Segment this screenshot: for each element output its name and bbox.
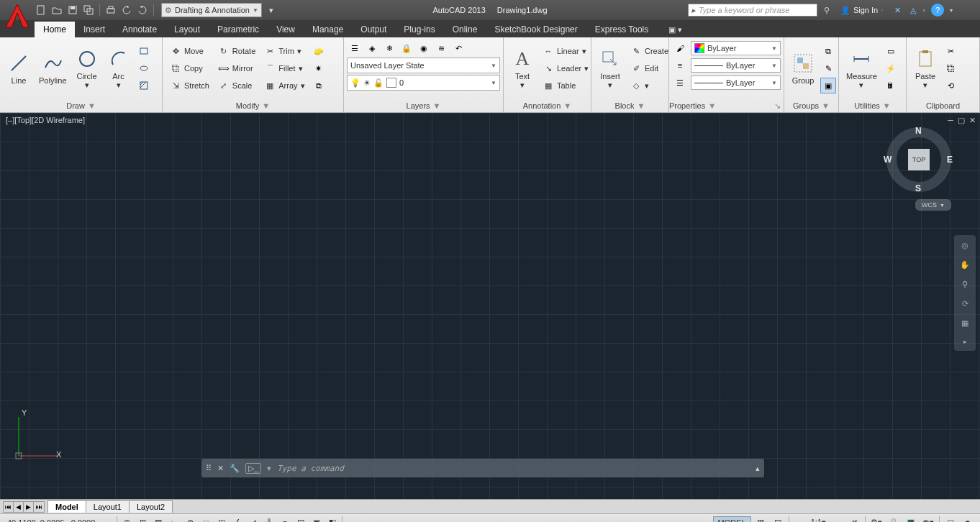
saveas-icon[interactable] (82, 4, 95, 17)
fillet-button[interactable]: ⌒Fillet ▾ (261, 60, 307, 76)
paste-button[interactable]: Paste▾ (909, 46, 941, 91)
rectangle-icon[interactable] (136, 43, 152, 59)
otrack-icon[interactable]: ∠ (230, 516, 245, 523)
tab-parametric[interactable]: Parametric (209, 22, 268, 37)
attributes-button[interactable]: ◇▾ (627, 78, 671, 93)
viewcube-w[interactable]: W (884, 155, 891, 165)
group-edit-icon[interactable]: ✎ (820, 60, 836, 76)
autoscale-icon[interactable]: ⤨ (846, 516, 862, 523)
layer-prev-icon[interactable]: ↶ (450, 40, 466, 56)
autodesk-icon[interactable]: ◬ (907, 4, 920, 17)
tab-manage[interactable]: Manage (304, 22, 352, 37)
isolate-icon[interactable]: ◉▾ (920, 516, 936, 523)
current-layer-dropdown[interactable]: 💡☀🔓0 ▼ (347, 75, 500, 91)
print-icon[interactable] (104, 4, 117, 17)
wcs-badge[interactable]: WCS▼ (915, 199, 951, 211)
dialog-launcher-icon[interactable]: ↘ (774, 101, 784, 111)
tab-next-icon[interactable]: ▶ (24, 502, 34, 512)
text-button[interactable]: AText▾ (507, 46, 538, 91)
save-icon[interactable] (66, 4, 79, 17)
create-button[interactable]: ✎Create (627, 43, 671, 59)
layer-prop-icon[interactable]: ☰ (347, 40, 363, 56)
tab-insert[interactable]: Insert (75, 22, 114, 37)
infer-icon[interactable]: ⊕ (119, 516, 135, 523)
copy-clip-icon[interactable]: ⿻ (943, 60, 958, 76)
status-tray-icon[interactable]: ▾ (960, 516, 976, 523)
polyline-button[interactable]: Polyline (35, 50, 71, 86)
calc-icon[interactable]: 🖩 (883, 78, 899, 93)
annovisibility-icon[interactable]: ⟁ (829, 516, 845, 523)
cmd-prompt-icon[interactable]: ▷_ (245, 463, 261, 474)
circle-button[interactable]: Circle▾ (71, 46, 103, 91)
clean-screen-icon[interactable]: ▢ (943, 516, 958, 523)
panel-title[interactable]: Annotation▼ (504, 99, 591, 112)
quickview-drawings-icon[interactable]: ▤ (770, 516, 786, 523)
viewcube-face[interactable]: TOP (908, 149, 930, 170)
mirror-button[interactable]: ⟺Mirror (215, 60, 258, 76)
hardware-accel-icon[interactable]: 💻 (903, 516, 919, 523)
color-dropdown[interactable]: ByLayer▼ (691, 41, 781, 55)
cmd-expand-icon[interactable]: ▴ (756, 464, 760, 473)
leader-button[interactable]: ↘Leader ▾ (540, 60, 591, 76)
coordinates[interactable]: 40.1109, 0.9005 , 0.0000 (0, 518, 115, 523)
tab-online[interactable]: Online (444, 22, 486, 37)
ws-switch-icon[interactable]: ⚙▾ (868, 516, 884, 523)
lweight-icon[interactable]: ≡ (672, 58, 688, 73)
tab-express[interactable]: Express Tools (586, 22, 657, 37)
undo-icon[interactable] (120, 4, 133, 17)
layer-lock-icon[interactable]: 🔒 (399, 40, 414, 56)
new-icon[interactable] (35, 4, 47, 17)
drawing-area[interactable]: [–][Top][2D Wireframe] ─ ▢ ✕ X Y TOP N S… (0, 113, 980, 499)
layer-iso-icon[interactable]: ◈ (364, 40, 380, 56)
vp-maximize-icon[interactable]: ▢ (958, 116, 965, 125)
help-icon[interactable]: ? (931, 4, 944, 17)
measure-button[interactable]: Measure▾ (842, 46, 881, 91)
panel-title[interactable]: Block▼ (591, 99, 668, 112)
annoscale-icon[interactable]: ⟁ (792, 516, 808, 523)
erase-icon[interactable]: 🧽 (311, 43, 327, 59)
command-input[interactable]: Type a command (277, 464, 750, 473)
ducs-icon[interactable]: ⊿ (245, 516, 261, 523)
viewcube-n[interactable]: N (915, 126, 922, 136)
tab-prev-icon[interactable]: ◀ (14, 502, 24, 512)
lwt-icon[interactable]: ≡ (277, 516, 293, 523)
edit-button[interactable]: ✐Edit (627, 60, 671, 76)
hatch-icon[interactable] (136, 78, 152, 93)
viewcube-s[interactable]: S (915, 183, 921, 193)
sc-icon[interactable]: ◧ (325, 516, 340, 523)
grid-icon[interactable]: ▦ (150, 516, 166, 523)
match-prop-icon[interactable]: 🖌 (672, 40, 688, 56)
tab-layout[interactable]: Layout (165, 22, 209, 37)
polar-icon[interactable]: ⊛ (182, 516, 198, 523)
tab-plugins[interactable]: Plug-ins (395, 22, 443, 37)
qat-dropdown[interactable]: ▾ (265, 4, 278, 17)
layer-off-icon[interactable]: ◉ (416, 40, 432, 56)
showmotion-icon[interactable]: ▦ (961, 319, 968, 328)
group-button[interactable]: Group (787, 50, 819, 86)
panel-title[interactable]: Draw▼ (0, 99, 162, 112)
stretch-button[interactable]: ⇲Stretch (167, 78, 212, 93)
dyn-icon[interactable]: ╫ (261, 516, 277, 523)
qp-icon[interactable]: ▣ (309, 516, 325, 523)
panel-title[interactable]: Layers▼ (344, 99, 503, 112)
tab-first-icon[interactable]: ⏮ (4, 502, 14, 512)
osnap-icon[interactable]: □ (198, 516, 214, 523)
chevron-down-icon[interactable]: ▾ (950, 7, 953, 14)
sign-in-button[interactable]: 👤 Sign In ▾ (836, 6, 888, 15)
panel-title[interactable]: Utilities▼ (839, 99, 906, 112)
scale-value[interactable]: 1:1▾ (809, 518, 827, 522)
nav-expand-icon[interactable]: ▸ (963, 338, 967, 345)
move-button[interactable]: ✥Move (167, 43, 212, 59)
trim-button[interactable]: ✂Trim ▾ (261, 43, 307, 59)
quickview-layouts-icon[interactable]: ▥ (753, 516, 768, 523)
lineweight-dropdown[interactable]: ByLayer▼ (691, 58, 781, 73)
layer-match-icon[interactable]: ≋ (433, 40, 449, 56)
tpy-icon[interactable]: ▤ (293, 516, 309, 523)
cmd-customize-icon[interactable]: 🔧 (230, 464, 240, 473)
layout1-tab[interactable]: Layout1 (86, 500, 130, 513)
exchange-icon[interactable]: ✕ (891, 4, 904, 17)
open-icon[interactable] (50, 4, 63, 17)
ungroup-icon[interactable]: ⧉ (820, 43, 836, 59)
array-button[interactable]: ▦Array ▾ (261, 78, 307, 93)
tab-output[interactable]: Output (352, 22, 395, 37)
